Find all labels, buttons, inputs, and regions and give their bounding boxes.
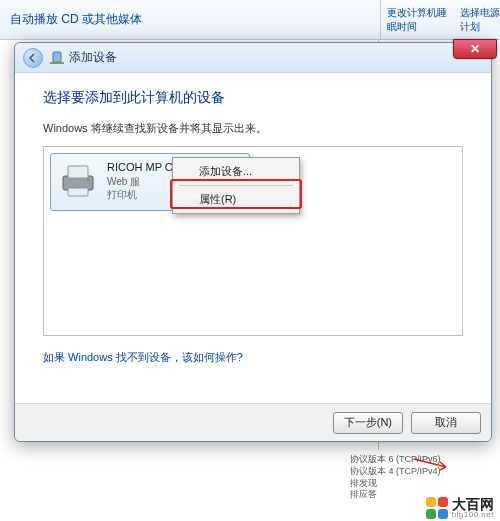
wizard-footer: 下一步(N) 取消 xyxy=(15,403,491,441)
bg-sleep-link[interactable]: 更改计算机睡眠时间 xyxy=(387,6,448,34)
dot-a xyxy=(426,497,436,507)
bg-right-links: 更改计算机睡眠时间 选择电源计划 xyxy=(380,0,500,40)
svg-rect-4 xyxy=(68,188,88,196)
dot-b xyxy=(438,497,448,507)
wizard-content: 选择要添加到此计算机的设备 Windows 将继续查找新设备并将其显示出来。 R… xyxy=(15,73,491,403)
window-title: 添加设备 xyxy=(69,49,117,66)
device-icon xyxy=(49,50,65,66)
svg-rect-0 xyxy=(53,52,61,62)
add-device-wizard: 添加设备 ✕ 选择要添加到此计算机的设备 Windows 将继续查找新设备并将其… xyxy=(14,42,492,442)
cancel-button[interactable]: 取消 xyxy=(411,412,481,434)
svg-rect-1 xyxy=(50,62,64,64)
device-list[interactable]: RICOH MP C3503 Web 服 打印机 添加设备... 属性(R) xyxy=(43,146,463,336)
svg-rect-3 xyxy=(68,166,88,178)
context-menu-add-device[interactable]: 添加设备... xyxy=(175,160,297,183)
page-heading: 选择要添加到此计算机的设备 xyxy=(43,89,463,107)
bg-power-link[interactable]: 选择电源计划 xyxy=(460,6,500,34)
watermark-name: 大百网 xyxy=(452,497,494,511)
dot-c xyxy=(426,509,436,519)
page-subtext: Windows 将继续查找新设备并将其显示出来。 xyxy=(43,121,463,136)
bg-line-3: 排发现 xyxy=(350,478,490,490)
svg-point-5 xyxy=(87,179,90,182)
context-menu-separator xyxy=(179,185,293,186)
annotation-arrow-icon xyxy=(412,457,452,471)
next-button[interactable]: 下一步(N) xyxy=(333,412,403,434)
close-icon: ✕ xyxy=(470,42,480,56)
back-nav-icon[interactable] xyxy=(23,48,43,68)
close-button[interactable]: ✕ xyxy=(453,39,497,59)
context-menu: 添加设备... 属性(R) xyxy=(172,157,300,214)
dot-d xyxy=(438,509,448,519)
printer-icon xyxy=(57,160,99,202)
bg-autoplay-link[interactable]: 自动播放 CD 或其他媒体 xyxy=(10,11,142,28)
context-menu-properties[interactable]: 属性(R) xyxy=(175,188,297,211)
help-link[interactable]: 如果 Windows 找不到设备，该如何操作? xyxy=(43,350,243,365)
watermark-text: 大百网 big100.net xyxy=(452,497,494,519)
watermark-dots-icon xyxy=(426,497,448,519)
watermark-domain: big100.net xyxy=(452,511,494,519)
watermark-logo: 大百网 big100.net xyxy=(426,497,494,519)
titlebar[interactable]: 添加设备 ✕ xyxy=(15,43,491,73)
